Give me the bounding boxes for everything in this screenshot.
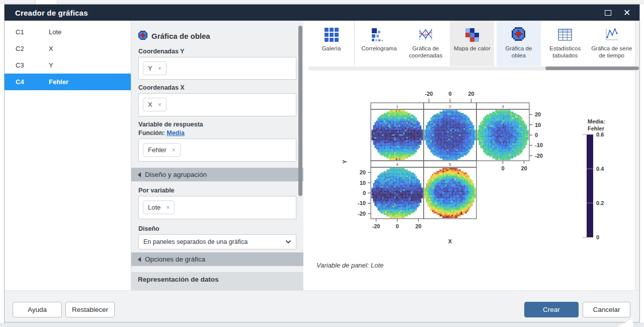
dialog-titlebar[interactable]: Creador de gráficas ✕ [5,5,639,21]
column-name: Y [49,61,53,69]
svg-text:10: 10 [360,180,366,186]
section-title: Diseño y agrupación [145,171,207,178]
gallery-tile-label: Gráfica de serie de tiempo [590,45,634,59]
wafer-chart-preview: 12345-20020-2002002020100-10-2020100-10-… [308,71,635,290]
chip-lote[interactable]: Lote × [143,201,175,214]
chip-label: Fehler [148,146,167,154]
builder-title: Gráfica de oblea [151,32,210,40]
section-data-representation[interactable]: Representación de datos [131,272,303,290]
maximize-icon [605,10,611,16]
gallery-tile-mapa-de-calor[interactable]: Mapa de calor [450,21,494,66]
by-variable-field[interactable]: Lote × [138,196,296,219]
svg-text:20: 20 [535,111,541,117]
chip-x[interactable]: X × [143,98,167,111]
reset-button[interactable]: Restablecer [65,302,115,317]
desktop-corner-notch [617,318,633,327]
remove-icon[interactable]: × [172,147,176,154]
svg-text:0.6: 0.6 [596,132,604,138]
column-row-c1[interactable]: C1 Lote [5,24,131,40]
coord-y-field[interactable]: Y × [138,57,296,80]
column-row-c3[interactable]: C3 Y [5,57,131,74]
cancel-button[interactable]: Cancelar [583,302,630,317]
tabulated-statistics-icon [556,26,574,43]
coord-y-label: Coordenadas Y [138,48,296,55]
function-label: Función: [138,129,165,137]
gallery-scrollbar-thumb[interactable] [545,67,639,70]
svg-text:-20: -20 [372,223,380,229]
svg-text:20: 20 [360,169,366,175]
gallery-grid-icon [323,26,340,43]
svg-text:20: 20 [415,223,421,229]
column-id: C1 [16,28,49,36]
dialog-body: C1 Lote C2 X C3 Y C4 Fehler [5,21,639,290]
layout-select[interactable]: En paneles separados de una gráfica [138,234,296,249]
remove-icon[interactable]: × [158,65,162,72]
column-row-c4[interactable]: C4 Fehler [5,74,131,90]
column-row-c2[interactable]: C2 X [5,40,131,57]
builder-header: Gráfica de oblea [138,31,296,41]
dialog-title: Creador de gráficas [15,9,88,17]
svg-text:Media:: Media: [588,118,605,124]
close-button[interactable]: ✕ [618,5,635,21]
column-name: X [49,45,53,52]
gallery-tile-label: Galería [308,45,354,52]
column-name: Lote [49,28,61,36]
maximize-button[interactable] [599,5,616,21]
gallery-tile-coordenadas[interactable]: Gráfica de coordenadas [404,21,448,66]
wafer-plot-icon [512,27,525,43]
builder-panel: Gráfica de oblea Coordenadas Y Y × Coord… [131,21,303,290]
time-series-icon [603,26,620,43]
svg-text:0: 0 [395,223,398,229]
svg-text:20: 20 [521,165,527,171]
preview-panel: Galería Correlograma [304,21,635,290]
svg-text:0: 0 [448,91,451,97]
svg-text:4: 4 [396,162,398,167]
svg-text:0.2: 0.2 [596,200,604,206]
remove-icon[interactable]: × [166,204,170,211]
response-label: Variable de respuesta [138,120,296,129]
gallery-tile-grafica-de-oblea[interactable]: Gráfica de oblea [497,21,541,66]
gallery-tile-galeria[interactable]: Galería [308,21,355,66]
response-field[interactable]: Fehler × [138,139,296,162]
gallery-tile-label: Gráfica de oblea [497,45,541,59]
correlogram-icon [370,26,387,43]
help-button[interactable]: Ayuda [13,302,62,317]
gallery-tile-correlograma[interactable]: Correlograma [357,21,401,66]
column-id: C4 [16,78,49,86]
screen: Creador de gráficas ✕ C1 Lote C2 X C3 Y [0,0,644,327]
gallery-tile-serie-de-tiempo[interactable]: Gráfica de serie de tiempo [590,21,634,66]
svg-text:5: 5 [449,162,451,167]
svg-text:-20: -20 [425,91,433,97]
graph-type-gallery: Galería Correlograma [308,21,635,71]
gallery-tile-label: Mapa de calor [450,45,494,52]
remove-icon[interactable]: × [158,101,162,108]
desktop-bottom-strip [0,322,644,327]
desktop-top-strip [0,0,644,4]
gallery-tile-label: Gráfica de coordenadas [404,45,448,59]
chevron-down-icon [285,240,291,244]
svg-text:-20: -20 [535,153,543,159]
chip-label: Lote [148,204,160,211]
response-labels: Variable de respuesta Función: Media [138,120,296,138]
preview-scrollbar[interactable] [635,21,639,290]
svg-text:3: 3 [502,104,504,109]
wafer-chart: 12345-20020-2002002020100-10-2020100-10-… [308,71,635,294]
section-design-grouping[interactable]: Diseño y agrupación [131,168,303,181]
chip-fehler[interactable]: Fehler × [143,143,181,157]
svg-text:-10: -10 [358,200,366,206]
svg-text:0.4: 0.4 [596,166,604,172]
create-button[interactable]: Crear [524,302,579,317]
gallery-tile-label: Estadísticos tabulados [543,45,587,59]
section-graph-options[interactable]: Opciones de gráfica [131,252,303,266]
layout-label: Diseño [138,225,296,232]
function-link[interactable]: Media [167,129,184,137]
gallery-tile-estadisticos-tabulados[interactable]: Estadísticos tabulados [543,21,587,66]
dialog-footer: Ayuda Restablecer Crear Cancelar [5,290,639,322]
desktop-tab-fragment [35,0,57,4]
coord-x-field[interactable]: X × [138,93,296,116]
builder-scrollbar[interactable] [298,26,302,196]
chip-label: Y [148,64,152,72]
column-id: C2 [16,45,49,52]
chip-y[interactable]: Y × [143,61,167,75]
svg-text:2: 2 [449,104,451,109]
